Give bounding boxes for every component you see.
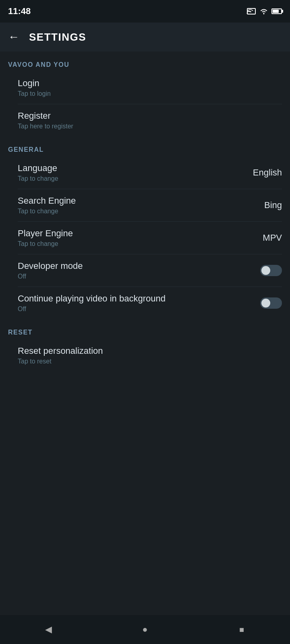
wifi-icon (259, 8, 268, 14)
item-left-search-engine: Search Engine Tap to change (18, 196, 76, 215)
item-subtitle-player-engine: Tap to change (18, 240, 73, 248)
item-subtitle-developer-mode: Off (18, 273, 83, 280)
item-subtitle-language: Tap to change (18, 175, 58, 182)
toggle-developer-mode[interactable] (260, 265, 282, 276)
nav-back-icon: ◀ (45, 624, 52, 635)
nav-back-button[interactable]: ◀ (32, 615, 64, 644)
cast-icon (246, 8, 256, 15)
item-subtitle-register: Tap here to register (18, 123, 73, 130)
settings-item-reset-personalization[interactable]: Reset personalization Tap to reset (0, 339, 290, 372)
item-title-continue-playing: Continue playing video in background (18, 293, 166, 304)
item-title-developer-mode: Developer mode (18, 261, 83, 271)
item-subtitle-continue-playing: Off (18, 305, 166, 313)
item-value-player-engine: MPV (263, 233, 282, 243)
battery-icon (271, 8, 282, 14)
item-title-register: Register (18, 111, 73, 121)
item-left-continue-playing: Continue playing video in background Off (18, 293, 166, 313)
nav-home-button[interactable]: ● (129, 615, 161, 644)
toggle-continue-playing[interactable] (260, 297, 282, 309)
toggle-knob-continue-playing (261, 299, 270, 308)
item-subtitle-search-engine: Tap to change (18, 208, 76, 215)
item-title-player-engine: Player Engine (18, 228, 73, 239)
item-title-reset-personalization: Reset personalization (18, 346, 103, 356)
item-value-language: English (253, 167, 282, 178)
item-left-player-engine: Player Engine Tap to change (18, 228, 73, 248)
settings-item-player-engine[interactable]: Player Engine Tap to change MPV (0, 222, 290, 254)
item-subtitle-reset-personalization: Tap to reset (18, 358, 103, 365)
section-header-general: GENERAL (0, 136, 290, 157)
settings-item-continue-playing[interactable]: Continue playing video in background Off (0, 287, 290, 319)
bottom-nav: ◀ ● ■ (0, 615, 290, 644)
nav-home-icon: ● (142, 624, 147, 635)
item-title-search-engine: Search Engine (18, 196, 76, 206)
settings-item-register[interactable]: Register Tap here to register (0, 104, 290, 136)
settings-item-developer-mode[interactable]: Developer mode Off (0, 254, 290, 287)
toolbar: ← SETTINGS (0, 23, 290, 52)
toggle-knob-developer-mode (261, 266, 270, 275)
settings-item-language[interactable]: Language Tap to change English (0, 157, 290, 189)
back-button[interactable]: ← (8, 31, 19, 43)
item-subtitle-login: Tap to login (18, 90, 51, 97)
page-title: SETTINGS (29, 31, 86, 43)
status-time: 11:48 (8, 6, 31, 17)
item-left-reset-personalization: Reset personalization Tap to reset (18, 346, 103, 365)
item-title-login: Login (18, 78, 51, 89)
settings-content: VAVOO AND YOU Login Tap to login Registe… (0, 52, 290, 615)
item-title-language: Language (18, 163, 58, 173)
item-left-login: Login Tap to login (18, 78, 51, 97)
item-value-search-engine: Bing (264, 200, 282, 211)
status-icons (246, 8, 282, 15)
nav-recent-button[interactable]: ■ (226, 615, 258, 644)
section-header-vavoo: VAVOO AND YOU (0, 52, 290, 72)
item-left-register: Register Tap here to register (18, 111, 73, 130)
settings-item-login[interactable]: Login Tap to login (0, 72, 290, 104)
item-left-language: Language Tap to change (18, 163, 58, 182)
item-left-developer-mode: Developer mode Off (18, 261, 83, 280)
nav-recent-icon: ■ (239, 625, 244, 634)
status-bar: 11:48 (0, 0, 290, 23)
settings-item-search-engine[interactable]: Search Engine Tap to change Bing (0, 189, 290, 221)
section-header-reset: RESET (0, 319, 290, 339)
svg-point-1 (247, 13, 248, 14)
